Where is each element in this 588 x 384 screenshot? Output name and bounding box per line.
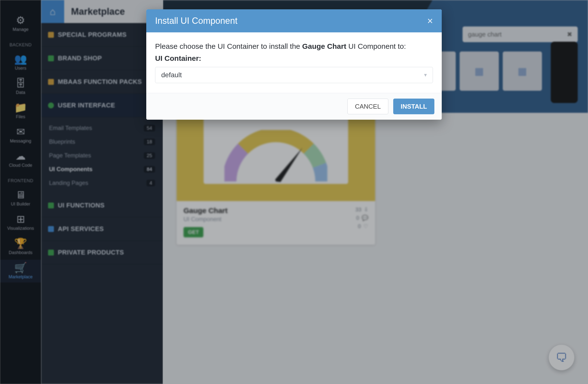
prompt-pre: Please choose the UI Container to instal… [155, 42, 302, 50]
close-icon[interactable]: × [427, 16, 433, 26]
chevron-down-icon: ▾ [424, 72, 427, 78]
cancel-button[interactable]: CANCEL [347, 99, 388, 114]
modal-prompt: Please choose the UI Container to instal… [155, 41, 433, 52]
prompt-bold: Gauge Chart [302, 42, 346, 50]
app-root: ⚙ Manage BACKEND 👥 Users 🗄 Data 📁 Files … [0, 0, 588, 384]
field-label: UI Container: [155, 54, 433, 63]
ui-container-select[interactable]: default ▾ [155, 67, 433, 83]
modal-footer: CANCEL INSTALL [146, 93, 442, 120]
select-value: default [161, 71, 182, 79]
modal-title: Install UI Component [155, 16, 237, 26]
install-button[interactable]: INSTALL [393, 99, 434, 114]
modal-overlay[interactable]: Install UI Component × Please choose the… [0, 0, 588, 384]
modal-header: Install UI Component × [146, 9, 442, 32]
install-modal: Install UI Component × Please choose the… [146, 9, 442, 120]
prompt-post: UI Component to: [346, 42, 406, 50]
modal-body: Please choose the UI Container to instal… [146, 32, 442, 93]
